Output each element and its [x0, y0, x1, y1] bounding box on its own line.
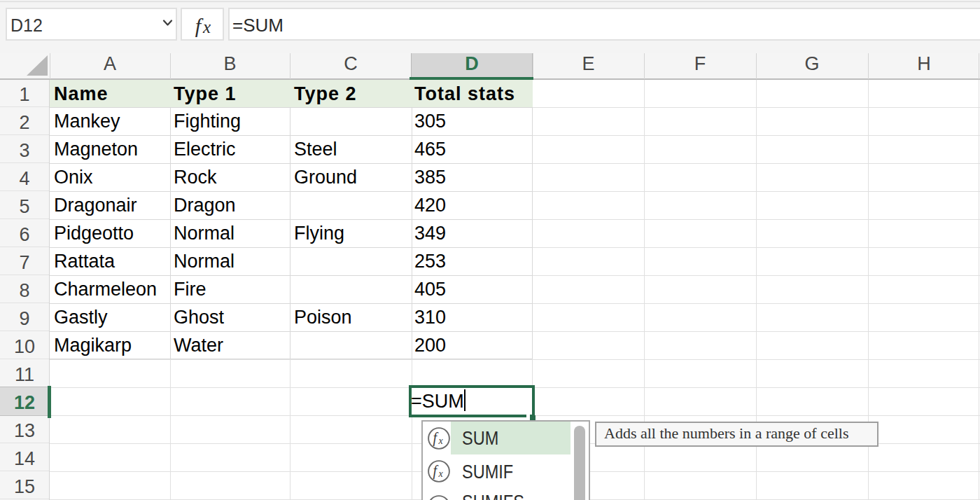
svg-text:f: f: [433, 430, 439, 446]
svg-text:f: f: [433, 463, 439, 479]
svg-text:x: x: [438, 468, 444, 479]
svg-text:x: x: [438, 436, 444, 446]
svg-text:f: f: [433, 498, 439, 500]
